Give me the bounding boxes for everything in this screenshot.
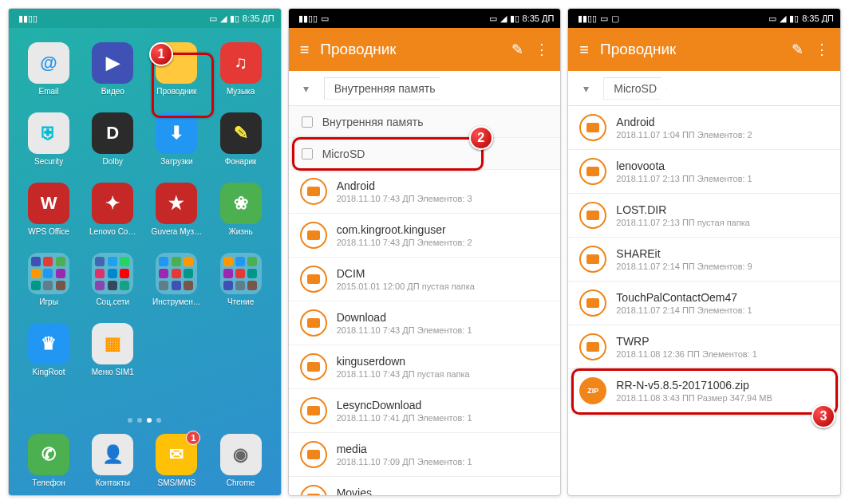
home-background: ▮▮▯▯ ▭ ◢ ▮▯ 8:35 ДП @Email▶ВидеоПроводни…	[9, 9, 281, 495]
app-label: Жизнь	[229, 227, 253, 236]
app-icon: ▶	[92, 42, 133, 84]
clock-text: 8:35 ДП	[523, 14, 555, 23]
storage-microsd[interactable]: MicroSD	[289, 138, 561, 170]
hamburger-icon[interactable]: ≡	[579, 41, 589, 59]
folder-icon	[300, 441, 327, 468]
more-icon[interactable]: ⋮	[535, 41, 549, 58]
edit-icon[interactable]: ✎	[511, 41, 523, 58]
app-title: Проводник	[320, 41, 500, 58]
file-name: lenovoota	[616, 159, 829, 172]
dock: ✆Телефон👤Контакты✉1SMS/MMS◉Chrome	[9, 431, 281, 495]
file-row-folder[interactable]: lenovoota2018.11.07 2:13 ПП Элементов: 1	[568, 150, 840, 194]
file-row-folder[interactable]: LesyncDownload2018.11.10 7:41 ДП Элемент…	[289, 389, 561, 433]
folder-icon	[300, 485, 327, 496]
zip-icon: ZIP	[579, 377, 606, 404]
file-info: Android2018.11.07 1:04 ПП Элементов: 2	[616, 116, 829, 140]
app-label: Чтение	[227, 297, 254, 306]
app-icon: ★	[156, 183, 197, 224]
folder-icon	[579, 114, 606, 141]
app-музыка[interactable]: ♫Музыка	[209, 42, 273, 109]
phone-storage-icon	[302, 116, 313, 128]
app-меню-sim1[interactable]: ▦Меню SIM1	[81, 323, 144, 390]
app-wps-office[interactable]: WWPS Office	[17, 183, 81, 250]
app-security[interactable]: ⛨Security	[17, 112, 81, 179]
phone-file-manager-internal: ▮▮▯▯ ▭ ▭ ◢ ▮▯ 8:35 ДП ≡ Проводник ✎ ⋮ ▾ …	[288, 8, 562, 496]
folder-icon	[300, 397, 327, 424]
app-chrome[interactable]: ◉Chrome	[220, 434, 262, 487]
app-icon: ▦	[92, 323, 133, 364]
app-игры[interactable]: Игры	[17, 253, 81, 320]
folder-icon	[300, 266, 327, 293]
app-guvera-муз-[interactable]: ★Guvera Муз…	[144, 183, 208, 250]
breadcrumb: ▾ Внутренняя память	[289, 71, 561, 106]
file-row-folder[interactable]: LOST.DIR2018.11.07 2:13 ПП пустая папка	[568, 194, 840, 238]
app-sms-mms[interactable]: ✉1SMS/MMS	[156, 434, 197, 487]
app-title: Проводник	[600, 41, 780, 58]
file-manager-header: ≡ Проводник ✎ ⋮	[289, 28, 561, 71]
file-info: lenovoota2018.11.07 2:13 ПП Элементов: 1	[616, 159, 829, 183]
file-manager-header: ≡ Проводник ✎ ⋮	[568, 28, 840, 71]
file-row-folder[interactable]: TouchPalContactOem472018.11.07 2:14 ПП Э…	[568, 282, 840, 325]
file-row-folder[interactable]: Movies2015.01.01 12:00 ДП пустая папка	[289, 477, 561, 496]
app-чтение[interactable]: Чтение	[209, 253, 273, 320]
app-жизнь[interactable]: ❀Жизнь	[209, 183, 273, 250]
app-телефон[interactable]: ✆Телефон	[28, 434, 69, 487]
more-icon[interactable]: ⋮	[815, 41, 829, 58]
status-bar: ▮▮▯▯ ▭ ▭ ◢ ▮▯ 8:35 ДП	[289, 9, 561, 28]
storage-internal[interactable]: Внутренняя память	[289, 106, 561, 138]
app-фонарик[interactable]: ✎Фонарик	[209, 112, 273, 179]
wifi-icon: ◢	[780, 14, 786, 24]
app-email[interactable]: @Email	[17, 42, 81, 109]
file-name: Android	[616, 116, 829, 128]
battery-icon: ▮▯	[510, 14, 519, 24]
app-инструмен-[interactable]: Инструмен…	[144, 253, 208, 320]
file-name: LOST.DIR	[616, 203, 829, 216]
app-icon: @	[28, 42, 69, 84]
file-row-folder[interactable]: media2018.11.10 7:09 ДП Элементов: 1	[289, 433, 561, 477]
folder-icon	[300, 178, 327, 205]
file-name: Download	[337, 311, 550, 324]
file-row-zip[interactable]: ZIPRR-N-v5.8.5-20171006.zip2018.11.08 3:…	[568, 369, 840, 413]
file-row-folder[interactable]: TWRP2018.11.08 12:36 ПП Элементов: 1	[568, 325, 840, 369]
app-icon: D	[92, 112, 133, 154]
file-info: com.kingroot.kinguser2018.11.10 7:43 ДП …	[337, 223, 550, 247]
file-row-folder[interactable]: Android2018.11.07 1:04 ПП Элементов: 2	[568, 106, 840, 150]
app-label: Dolby	[102, 157, 123, 166]
hamburger-icon[interactable]: ≡	[300, 41, 310, 59]
file-meta: 2018.11.10 7:43 ДП Элементов: 1	[337, 325, 550, 335]
file-row-folder[interactable]: DCIM2015.01.01 12:00 ДП пустая папка	[289, 258, 561, 301]
file-row-folder[interactable]: com.kingroot.kinguser2018.11.10 7:43 ДП …	[289, 214, 561, 258]
app-lenovo-co-[interactable]: ✦Lenovo Co…	[81, 183, 144, 250]
app-label: KingRoot	[33, 368, 65, 376]
app-icon: W	[28, 183, 69, 224]
file-info: SHAREit2018.11.07 2:14 ПП Элементов: 9	[616, 247, 829, 271]
file-row-folder[interactable]: Android2018.11.10 7:43 ДП Элементов: 3	[289, 170, 561, 214]
notification-badge: 1	[186, 431, 200, 445]
file-meta: 2015.01.01 12:00 ДП пустая папка	[337, 282, 550, 291]
app-dolby[interactable]: DDolby	[81, 112, 144, 179]
page-indicator	[9, 411, 281, 426]
app-видео[interactable]: ▶Видео	[81, 42, 144, 109]
file-row-folder[interactable]: kinguserdown2018.11.10 7:43 ДП пустая па…	[289, 345, 561, 389]
app-контакты[interactable]: 👤Контакты	[92, 434, 133, 487]
file-row-folder[interactable]: SHAREit2018.11.07 2:14 ПП Элементов: 9	[568, 238, 840, 282]
file-info: media2018.11.10 7:09 ДП Элементов: 1	[337, 443, 550, 467]
expand-icon[interactable]: ▾	[289, 82, 324, 95]
app-icon: ✎	[220, 112, 262, 154]
expand-icon[interactable]: ▾	[568, 82, 603, 95]
status-bar: ▮▮▯▯ ▭ ◢ ▮▯ 8:35 ДП	[9, 9, 281, 28]
app-kingroot[interactable]: ♛KingRoot	[17, 323, 81, 390]
edit-icon[interactable]: ✎	[792, 41, 804, 58]
file-meta: 2018.11.07 2:14 ПП Элементов: 9	[616, 262, 829, 271]
file-meta: 2018.11.10 7:41 ДП Элементов: 1	[337, 413, 550, 423]
app-загрузки[interactable]: ⬇Загрузки	[144, 112, 208, 179]
app-соц-сети[interactable]: Соц.сети	[81, 253, 144, 320]
app-label: Email	[39, 87, 59, 96]
storage-internal-label: Внутренняя память	[322, 116, 424, 128]
clock-text: 8:35 ДП	[802, 14, 834, 23]
file-name: media	[337, 443, 550, 455]
breadcrumb-internal[interactable]: Внутренняя память	[324, 77, 446, 100]
file-name: kinguserdown	[337, 355, 550, 368]
file-row-folder[interactable]: Download2018.11.10 7:43 ДП Элементов: 1	[289, 301, 561, 345]
breadcrumb-sd[interactable]: MicroSD	[603, 77, 667, 100]
